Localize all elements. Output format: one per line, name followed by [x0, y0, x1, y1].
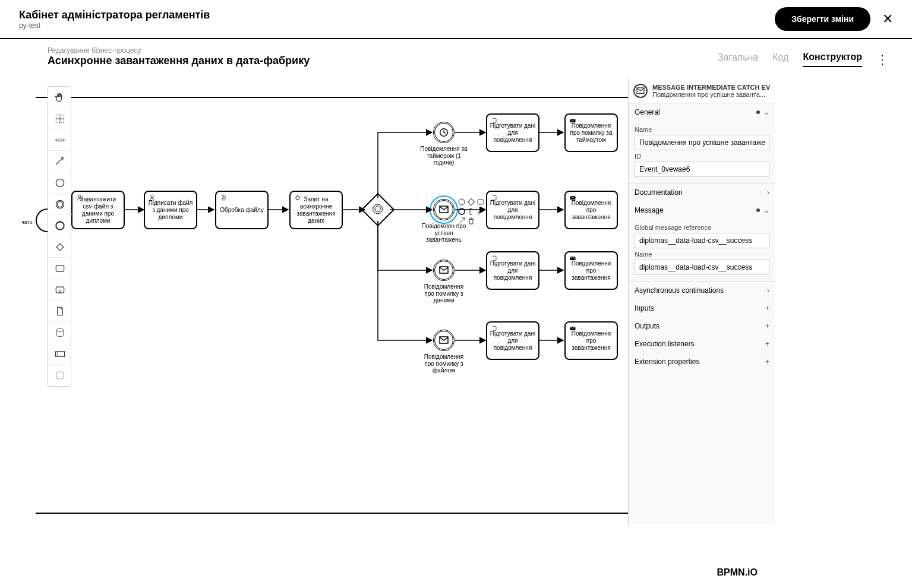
subprocess-icon[interactable]	[48, 279, 72, 301]
section-general[interactable]: General ⌄	[629, 103, 775, 121]
section-dot-icon	[756, 110, 760, 114]
ctx-end-icon[interactable]	[457, 207, 466, 216]
tab-code[interactable]: Код	[772, 52, 788, 67]
tab-general[interactable]: Загальна	[718, 52, 758, 67]
id-label: ID	[635, 153, 769, 160]
section-label: Inputs	[635, 304, 654, 312]
task-load-csv[interactable]: Завантажити csv-файл з даними про диплом…	[71, 191, 125, 229]
svg-point-4	[56, 222, 64, 229]
svg-rect-34	[468, 198, 474, 205]
group-icon[interactable]	[48, 365, 72, 386]
svg-point-27	[296, 196, 299, 200]
task-prep-row4[interactable]: Підготувати дані для повідомлення	[486, 321, 539, 360]
message-event-data-error[interactable]	[433, 260, 455, 281]
gateway-icon[interactable]	[48, 236, 72, 258]
task-sign-file[interactable]: Підписати файл з даними про дипломи	[144, 191, 197, 229]
section-documentation[interactable]: Documentation ›	[629, 184, 775, 201]
task-prep-row2[interactable]: Підготувати дані для повідомлення	[486, 191, 539, 229]
task-notify-timeout[interactable]: Повідомлення про помилку за таймаутом	[564, 113, 618, 152]
section-async[interactable]: Asynchronous continuations ›	[629, 282, 775, 299]
task-notify-row4[interactable]: Повідомлення про завантаження	[564, 321, 618, 360]
task-prep-row3[interactable]: Підготувати дані для повідомлення	[486, 251, 539, 290]
task-process-file[interactable]: Обробка файлу	[215, 191, 269, 229]
timer-event[interactable]	[433, 122, 455, 143]
cut-start-event	[36, 208, 48, 232]
task-label: Обробка файлу	[220, 207, 264, 214]
section-label: Documentation	[635, 188, 683, 197]
close-icon[interactable]: ✕	[882, 11, 893, 27]
task-prep-row1[interactable]: Підготувати дані для повідомлення	[486, 113, 539, 152]
envelope-icon	[439, 266, 449, 274]
ctx-task-icon[interactable]	[476, 198, 485, 206]
data-store-icon[interactable]	[48, 322, 72, 343]
section-outputs[interactable]: Outputs +	[629, 317, 775, 335]
event-gateway[interactable]	[361, 193, 395, 227]
cut-label: чато	[21, 219, 33, 225]
tab-more-icon[interactable]: ⋮	[876, 52, 888, 67]
end-event-icon[interactable]	[48, 215, 72, 236]
task-label: Підписати файл з даними про дипломи	[147, 200, 194, 221]
task-label: Підготувати дані для повідомлення	[490, 122, 536, 144]
chevron-down-icon: ⌄	[763, 206, 769, 214]
task-label: Повідомлення про помилку за таймаутом	[568, 122, 614, 144]
event-gateway-icon	[372, 203, 384, 215]
svg-rect-7	[56, 287, 64, 293]
intermediate-event-icon[interactable]	[48, 194, 72, 215]
ctx-start-icon[interactable]	[457, 198, 466, 206]
global-ref-select[interactable]: diplomas__data-load-csv__success	[635, 233, 769, 248]
msg-name-input[interactable]	[635, 260, 769, 275]
task-async-request[interactable]: Запит на асинхронне завантаження даних	[289, 191, 343, 229]
app-title: Кабінет адміністратора регламентів	[19, 9, 210, 21]
task-icon[interactable]	[48, 258, 72, 279]
data-object-icon[interactable]	[48, 301, 72, 322]
section-inputs[interactable]: Inputs +	[629, 299, 775, 317]
task-label: Підготувати дані для повідомлення	[490, 330, 536, 352]
plus-icon: +	[765, 304, 769, 312]
section-extension-properties[interactable]: Extension properties +	[629, 353, 775, 371]
svg-point-33	[459, 199, 465, 205]
user-task-icon	[149, 194, 156, 201]
ctx-connect-icon[interactable]	[457, 217, 466, 225]
svg-rect-8	[59, 290, 61, 292]
lasso-tool-icon[interactable]	[48, 108, 72, 129]
space-tool-icon[interactable]	[48, 129, 72, 151]
connect-tool-icon[interactable]	[48, 151, 72, 172]
plus-icon: +	[765, 322, 769, 330]
ctx-annotation-icon[interactable]	[467, 207, 475, 216]
section-label: Extension properties	[635, 358, 699, 366]
message-event-success[interactable]	[433, 199, 455, 220]
send-task-icon	[569, 117, 576, 124]
svg-point-25	[78, 195, 81, 198]
task-notify-row2[interactable]: Повідомлення про завантаження	[564, 191, 618, 229]
tab-constructor[interactable]: Конструктор	[803, 52, 862, 67]
script-task-icon	[491, 325, 498, 332]
save-button[interactable]: Зберегти зміни	[775, 7, 870, 31]
properties-panel: MESSAGE INTERMEDIATE CATCH EVENT Повідом…	[628, 79, 775, 524]
task-label: Повідомлення про завантаження	[568, 260, 614, 282]
pool-icon[interactable]	[48, 343, 72, 365]
svg-rect-35	[478, 200, 484, 204]
svg-rect-12	[56, 372, 64, 379]
svg-rect-5	[56, 244, 64, 251]
app-subtitle: py-test	[19, 21, 210, 30]
task-label: Підготувати дані для повідомлення	[490, 200, 536, 221]
task-label: Повідомлення про завантаження	[568, 330, 614, 352]
message-event-file-error[interactable]	[433, 330, 455, 351]
element-name-preview: Повідомлення про успішне заванта...	[652, 91, 771, 98]
bpmn-canvas[interactable]: чато	[0, 79, 912, 524]
ctx-trash-icon[interactable]	[467, 217, 475, 225]
svg-marker-29	[375, 206, 381, 211]
name-input[interactable]	[635, 135, 769, 150]
svg-rect-10	[56, 351, 65, 356]
global-ref-label: Global message reference	[635, 224, 769, 231]
start-event-icon[interactable]	[48, 172, 72, 194]
ctx-wrench-icon[interactable]	[476, 207, 485, 216]
process-title: Асинхронне завантаження даних в дата-фаб…	[48, 55, 310, 67]
ctx-gateway-icon[interactable]	[467, 198, 475, 206]
section-message[interactable]: Message ⌄	[629, 201, 775, 219]
script-task-icon	[491, 255, 498, 262]
hand-tool-icon[interactable]	[48, 87, 72, 108]
task-notify-row3[interactable]: Повідомлення про завантаження	[564, 251, 618, 290]
section-execution-listeners[interactable]: Execution listeners +	[629, 335, 775, 353]
id-input[interactable]	[635, 162, 769, 177]
